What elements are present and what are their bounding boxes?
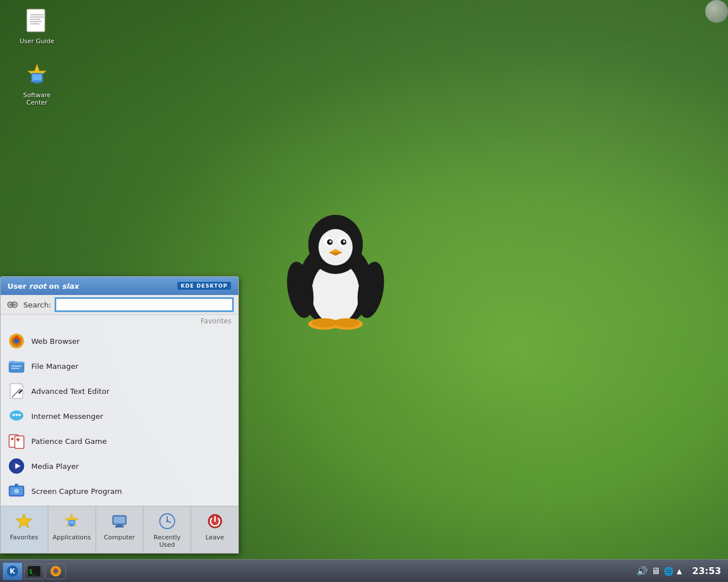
file-manager-label: File Manager [31, 362, 78, 371]
nav-item-leave[interactable]: Leave [191, 506, 238, 553]
svg-point-49 [18, 414, 20, 416]
user-guide-label: User Guide [20, 38, 55, 45]
svg-text:K: K [10, 567, 15, 575]
taskbar-systray: 🔊 🖥 🌐 ▲ [632, 566, 686, 576]
menu-item-web-browser[interactable]: Web Browser [1, 329, 238, 354]
menu-item-screen-capture[interactable]: Screen Capture Program [1, 479, 238, 504]
svg-rect-65 [69, 521, 75, 524]
leave-nav-label: Leave [205, 534, 224, 541]
network-icon[interactable]: 🌐 [664, 567, 673, 576]
corner-sphere [705, 0, 728, 23]
svg-rect-68 [114, 517, 125, 523]
svg-point-32 [9, 304, 12, 306]
patience-card-game-label: Patience Card Game [31, 437, 107, 446]
svg-text:♥: ♥ [16, 438, 20, 443]
svg-rect-40 [11, 368, 19, 369]
search-label: Search: [23, 301, 51, 309]
computer-nav-label: Computer [104, 534, 135, 541]
svg-point-47 [13, 414, 15, 416]
applications-nav-icon [61, 511, 82, 531]
svg-point-37 [14, 339, 19, 343]
svg-marker-62 [16, 514, 32, 528]
internet-messenger-icon [7, 407, 26, 425]
screen-capture-label: Screen Capture Program [31, 487, 122, 496]
svg-rect-27 [32, 74, 42, 80]
software-center-icon [23, 62, 51, 89]
nav-item-applications[interactable]: Applications [48, 506, 96, 553]
username: root [29, 282, 47, 290]
menu-item-file-manager[interactable]: File Manager [1, 354, 238, 379]
media-player-label: Media Player [31, 462, 79, 471]
advanced-text-editor-label: Advanced Text Editor [31, 387, 109, 396]
svg-point-33 [13, 304, 16, 306]
nav-item-recently-used[interactable]: Recently Used [143, 506, 191, 553]
taskbar-browser-button[interactable] [46, 563, 66, 579]
recently-used-nav-icon [157, 511, 177, 531]
menu-item-patience-card-game[interactable]: ♠ ♥ Patience Card Game [1, 429, 238, 454]
user-guide-icon [23, 8, 51, 35]
svg-rect-28 [35, 81, 39, 84]
svg-text:♠: ♠ [10, 436, 14, 442]
favorites-nav-icon [14, 511, 34, 531]
svg-rect-70 [115, 526, 124, 527]
favorites-nav-label: Favorites [10, 534, 39, 541]
menu-items-list: Web Browser File Manager [1, 326, 238, 506]
display-icon[interactable]: 🖥 [651, 566, 660, 576]
media-player-icon [7, 457, 26, 475]
menu-item-advanced-text-editor[interactable]: Advanced Text Editor [1, 379, 238, 404]
tux-penguin [279, 210, 392, 332]
desktop-icon-user-guide[interactable]: User Guide [14, 6, 60, 47]
nav-item-favorites[interactable]: Favorites [1, 506, 48, 553]
user-label: User [7, 282, 29, 290]
svg-point-74 [166, 520, 168, 522]
svg-point-17 [334, 318, 359, 327]
svg-rect-66 [70, 525, 73, 526]
leave-nav-icon [205, 511, 225, 531]
applications-nav-label: Applications [53, 534, 91, 541]
svg-point-8 [329, 240, 332, 243]
search-input[interactable] [56, 298, 233, 311]
svg-point-48 [15, 414, 18, 416]
svg-text:$_: $_ [29, 568, 36, 575]
advanced-text-editor-icon [7, 382, 26, 400]
on-label: on [47, 282, 62, 290]
svg-rect-39 [11, 365, 22, 367]
internet-messenger-label: Internet Messenger [31, 412, 103, 421]
svg-point-60 [14, 489, 19, 493]
file-manager-icon [7, 357, 26, 375]
svg-rect-61 [15, 484, 18, 486]
taskbar-clock: 23:53 [688, 566, 726, 576]
web-browser-icon [7, 332, 26, 350]
desktop-icon-software-center[interactable]: Software Center [14, 60, 60, 109]
favorites-section-label: Favorites [1, 315, 238, 326]
svg-point-16 [312, 318, 337, 327]
svg-point-3 [318, 229, 353, 265]
screen-capture-icon [7, 482, 26, 500]
volume-icon[interactable]: 🔊 [636, 566, 648, 576]
start-menu-header: User root on slax KDE DESKTOP [1, 277, 238, 295]
menu-item-internet-messenger[interactable]: Internet Messenger [1, 404, 238, 429]
tray-expand-arrow[interactable]: ▲ [677, 567, 682, 575]
taskbar: K $_ 🔊 🖥 🌐 ▲ 23: [0, 559, 728, 582]
nav-item-computer[interactable]: Computer [96, 506, 144, 553]
svg-rect-69 [116, 525, 123, 526]
user-info: User root on slax [7, 282, 78, 290]
svg-rect-38 [9, 362, 24, 372]
svg-point-9 [343, 240, 345, 243]
taskbar-terminal-button[interactable]: $_ [24, 563, 44, 579]
desktop: User Guide Software Center User root on … [0, 0, 728, 582]
menu-item-media-player[interactable]: Media Player [1, 454, 238, 479]
software-center-label: Software Center [16, 92, 57, 106]
search-binoculars-icon [6, 298, 19, 311]
recently-used-nav-label: Recently Used [146, 534, 188, 548]
search-bar: Search: [1, 295, 238, 315]
svg-rect-19 [28, 10, 44, 31]
web-browser-label: Web Browser [31, 337, 80, 346]
taskbar-start-button[interactable]: K [2, 562, 23, 580]
start-menu-nav: Favorites Applications [1, 506, 238, 553]
svg-point-85 [54, 569, 57, 573]
patience-card-game-icon: ♠ ♥ [7, 432, 26, 450]
start-menu: User root on slax KDE DESKTOP Search: Fa… [0, 276, 239, 554]
kde-badge: KDE DESKTOP [177, 281, 231, 290]
computer-nav-icon [109, 511, 130, 531]
